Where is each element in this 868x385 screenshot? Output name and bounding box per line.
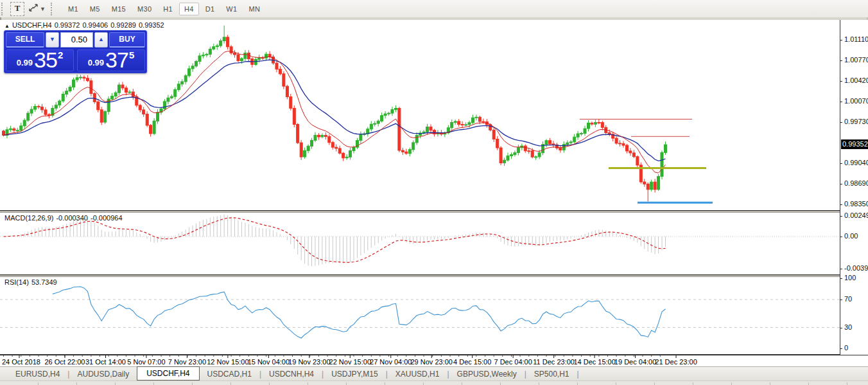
axis-tick-label: 0.98350 — [844, 200, 868, 208]
timeframe-button-h4[interactable]: H4 — [179, 3, 199, 15]
chart-tab-usdchf[interactable]: USDCHF,H4 — [137, 366, 199, 381]
time-axis-label: 21 Dec 23:00 — [655, 358, 697, 366]
chart-tab-xauusd[interactable]: XAUUSD,H1 — [388, 368, 447, 380]
time-axis-label: 15 Nov 04:00 — [248, 358, 290, 366]
time-axis-label: 24 Oct 2018 — [2, 358, 40, 366]
timeframe-button-h1[interactable]: H1 — [158, 3, 178, 15]
axis-tick-label: 100 — [844, 274, 856, 282]
axis-tick-label: 0.002492 — [844, 211, 868, 219]
axis-tick — [840, 40, 842, 40]
title-triangle-icon[interactable]: ▲ — [4, 23, 10, 29]
axis-tick — [840, 300, 842, 300]
arrows-icon — [28, 3, 39, 15]
axis-tick-label: 0.00 — [844, 232, 858, 240]
trading-terminal-window: T ▼ M1M5M15M30H1H4D1W1MN ▲USDCHF,H40.993… — [0, 0, 868, 385]
chart-tab-usdcad[interactable]: USDCAD,H1 — [200, 368, 259, 380]
chevron-down-icon[interactable]: ▼ — [40, 6, 46, 12]
axis-tick — [840, 269, 842, 269]
time-axis-label: 22 Nov 15:00 — [329, 358, 371, 366]
axis-tick — [840, 184, 842, 184]
chart-tab-usdcnh[interactable]: USDCNH,H4 — [261, 368, 322, 380]
chart-symbol-label: USDCHF,H4 — [12, 21, 52, 29]
bid-price-box[interactable]: 0.99352 — [6, 49, 74, 71]
macd-value: -0.000340 — [56, 214, 88, 222]
axis-tick — [840, 81, 842, 82]
axis-tick — [840, 122, 842, 123]
current-price-badge: 0.99352 — [841, 139, 868, 149]
axis-tick-label: 70 — [844, 295, 852, 303]
volume-increase-button[interactable]: ▲ — [94, 32, 108, 48]
axis-tick-label: 1.00770 — [844, 56, 868, 64]
axis-tick-label: 0.98690 — [844, 179, 868, 187]
axis-tick-label: 0 — [844, 344, 848, 352]
axis-tick — [840, 348, 842, 349]
ask-price-box[interactable]: 0.99375 — [77, 49, 145, 71]
macd-canvas[interactable] — [0, 213, 840, 274]
timeframe-button-w1[interactable]: W1 — [221, 3, 242, 15]
axis-tick-label: -0.003913 — [844, 264, 868, 272]
bid-price-big: 35 — [34, 49, 57, 70]
toolbar: T ▼ M1M5M15M30H1H4D1W1MN — [0, 0, 868, 18]
rsi-canvas[interactable] — [0, 277, 840, 354]
timeframe-button-m30[interactable]: M30 — [132, 3, 157, 15]
chart-tab-usdjpy[interactable]: USDJPY,M15 — [324, 368, 385, 380]
tab-bar-gutter — [0, 381, 868, 385]
axis-tick — [840, 216, 842, 217]
time-axis-label: 29 Nov 23:00 — [411, 358, 453, 366]
price-axis[interactable]: 0.99352 1.011101.007701.004201.000700.99… — [840, 20, 868, 355]
tab-separator: | — [577, 370, 579, 379]
rsi-value: 53.7349 — [31, 278, 57, 286]
axis-tick — [840, 278, 842, 279]
time-axis-label: 19 Nov 23:00 — [288, 358, 330, 366]
chart-title: ▲USDCHF,H40.993720.994060.992890.99352 — [4, 21, 167, 29]
macd-indicator-panel: MACD(12,26,9)-0.000340-0.000964 — [0, 213, 868, 275]
time-axis-label: 5 Nov 07:00 — [127, 358, 165, 366]
time-axis-label: 27 Nov 04:00 — [370, 358, 412, 366]
axis-tick-label: 30 — [844, 323, 852, 331]
chart-tab-audusd[interactable]: AUDUSD,Daily — [69, 368, 137, 380]
timeframe-button-d1[interactable]: D1 — [200, 3, 220, 15]
axis-tick-label: 1.00420 — [844, 76, 868, 84]
bid-price-sup: 2 — [58, 49, 63, 60]
sell-button[interactable]: SELL — [6, 32, 44, 48]
chart-tab-bar: EURUSD,H4|AUDUSD,DailyUSDCHF,H4USDCAD,H1… — [0, 366, 868, 385]
axis-tick — [840, 204, 842, 205]
toolbar-grip[interactable] — [51, 3, 56, 15]
timeframe-button-m5[interactable]: M5 — [85, 3, 105, 15]
axis-tick-label: 1.00070 — [844, 97, 868, 105]
ask-price-big: 37 — [105, 49, 128, 70]
chart-tab-sp500[interactable]: SP500,H1 — [526, 368, 577, 380]
time-axis-label: 19 Dec 04:00 — [614, 358, 656, 366]
time-axis[interactable]: 24 Oct 201826 Oct 22:0031 Oct 14:005 Nov… — [0, 355, 868, 367]
macd-name: MACD(12,26,9) — [4, 214, 53, 222]
text-tool-button[interactable]: T — [10, 2, 24, 16]
chart-tab-gbpusd[interactable]: GBPUSD,Weekly — [449, 368, 525, 380]
volume-decrease-button[interactable]: ▼ — [46, 32, 59, 48]
one-click-trading-panel: SELL ▼ 0.50 ▲ BUY 0.99352 0.99375 — [4, 30, 147, 73]
volume-input[interactable]: 0.50 — [60, 32, 93, 48]
ask-price-small: 0.99 — [88, 58, 104, 67]
timeframe-button-m1[interactable]: M1 — [63, 3, 83, 15]
ask-price-sup: 5 — [129, 49, 134, 60]
ohlc-open: 0.99372 — [55, 21, 80, 29]
axis-tick-label: 0.99730 — [844, 118, 868, 125]
chart-tab-eurusd[interactable]: EURUSD,H4 — [8, 368, 67, 380]
axis-tick — [840, 60, 842, 61]
toolbar-grip[interactable] — [1, 3, 6, 15]
buy-button[interactable]: BUY — [109, 32, 145, 48]
ohlc-low: 0.99289 — [110, 21, 136, 29]
axis-tick — [840, 163, 842, 164]
axis-tick — [840, 102, 842, 102]
time-axis-label: 31 Oct 14:00 — [85, 358, 126, 366]
arrows-tool-button[interactable]: ▼ — [28, 3, 46, 15]
rsi-label: RSI(14)53.7349 — [4, 278, 60, 286]
rsi-name: RSI(14) — [4, 278, 29, 286]
timeframe-button-m15[interactable]: M15 — [107, 3, 131, 15]
time-axis-label: 7 Dec 04:00 — [494, 358, 532, 366]
timeframe-button-mn[interactable]: MN — [243, 3, 265, 15]
axis-tick — [840, 237, 842, 237]
time-axis-label: 7 Nov 23:00 — [168, 358, 206, 366]
macd-signal-value: -0.000964 — [91, 214, 123, 222]
axis-tick-label: 1.01110 — [844, 35, 868, 43]
ohlc-close: 0.99352 — [139, 21, 164, 29]
